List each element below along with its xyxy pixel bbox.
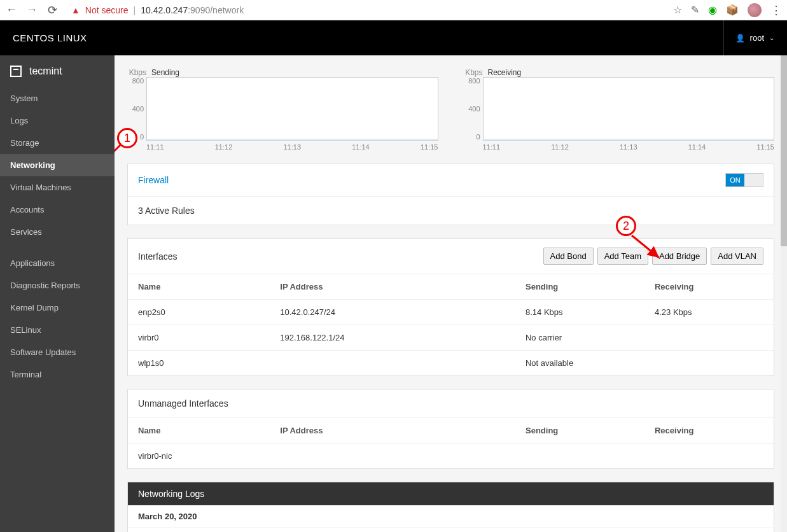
sidebar-item-diagnostic-reports[interactable]: Diagnostic Reports — [0, 274, 115, 297]
column-header: Name — [128, 418, 270, 444]
user-icon: 👤 — [735, 34, 745, 43]
chart-unit: Kbps — [127, 68, 146, 77]
reload-button[interactable]: ⟳ — [46, 3, 59, 17]
y-tick: 800 — [464, 77, 480, 85]
scrollbar-thumb[interactable] — [781, 55, 787, 246]
add-team-button[interactable]: Add Team — [597, 248, 648, 265]
sidebar-item-networking[interactable]: Networking — [0, 154, 115, 176]
x-tick: 11:14 — [688, 143, 706, 151]
chart-plot[interactable] — [146, 77, 438, 141]
firewall-link[interactable]: Firewall — [138, 175, 169, 185]
cell-sending — [515, 444, 644, 469]
log-entry[interactable]: 11:03<info> [1584691394.1683] audit: op=… — [128, 528, 774, 532]
scrollbar[interactable] — [781, 55, 787, 532]
sending-chart: Kbps Sending 8004000 11:1111:1211:1311:1… — [127, 68, 438, 151]
app-header: CENTOS LINUX 👤 root ⌄ — [0, 20, 787, 55]
host-icon — [10, 66, 22, 77]
sidebar-item-terminal[interactable]: Terminal — [0, 363, 115, 386]
add-bridge-button[interactable]: Add Bridge — [652, 248, 707, 265]
sidebar-item-selinux[interactable]: SELinux — [0, 319, 115, 341]
separator: | — [134, 5, 136, 15]
host-name: tecmint — [29, 66, 62, 77]
x-tick: 11:12 — [215, 143, 233, 151]
cell-receiving — [644, 351, 774, 376]
cell-receiving — [644, 325, 774, 351]
menu-icon[interactable]: ⋮ — [770, 3, 782, 17]
cell-ip — [270, 444, 515, 469]
unmanaged-table: NameIP AddressSendingReceiving virbr0-ni… — [128, 418, 774, 468]
interfaces-table: NameIP AddressSendingReceiving enp2s010.… — [128, 274, 774, 375]
sidebar-item-kernel-dump[interactable]: Kernel Dump — [0, 297, 115, 319]
x-tick: 11:12 — [551, 143, 569, 151]
add-vlan-button[interactable]: Add VLAN — [711, 248, 763, 265]
logs-date: March 20, 2020 — [128, 505, 774, 528]
url-host: 10.42.0.247:9090/network — [141, 5, 244, 15]
cell-name: virbr0-nic — [128, 444, 270, 469]
sidebar: tecmint SystemLogsStorageNetworkingVirtu… — [0, 55, 115, 532]
cell-name: enp2s0 — [128, 300, 270, 325]
cell-ip: 192.168.122.1/24 — [270, 325, 515, 351]
column-header: Name — [128, 274, 270, 300]
x-tick: 11:15 — [421, 143, 438, 151]
user-menu[interactable]: 👤 root ⌄ — [723, 20, 774, 55]
user-name: root — [750, 33, 764, 43]
cell-sending: No carrier — [515, 325, 644, 351]
cell-sending: Not available — [515, 351, 644, 376]
chart-unit: Kbps — [464, 68, 483, 77]
unmanaged-title: Unmanaged Interfaces — [138, 398, 228, 409]
table-row[interactable]: virbr0-nic — [128, 444, 774, 469]
column-header: Receiving — [644, 418, 774, 444]
sidebar-item-system[interactable]: System — [0, 87, 115, 109]
chevron-down-icon: ⌄ — [769, 34, 774, 41]
firewall-panel: Firewall ON 3 Active Rules — [127, 164, 774, 225]
x-tick: 11:11 — [146, 143, 164, 151]
profile-avatar[interactable] — [748, 3, 762, 17]
main-layout: tecmint SystemLogsStorageNetworkingVirtu… — [0, 55, 787, 532]
add-bond-button[interactable]: Add Bond — [543, 248, 594, 265]
table-row[interactable]: wlp1s0Not available — [128, 351, 774, 376]
x-tick: 11:11 — [483, 143, 501, 151]
column-header: Receiving — [644, 274, 774, 300]
cell-name: virbr0 — [128, 325, 270, 351]
y-tick: 400 — [464, 105, 480, 113]
sidebar-item-services[interactable]: Services — [0, 221, 115, 243]
interfaces-title: Interfaces — [138, 251, 177, 262]
cell-sending: 8.14 Kbps — [515, 300, 644, 325]
host-selector[interactable]: tecmint — [0, 55, 115, 87]
package-icon[interactable]: 📦 — [726, 4, 739, 16]
star-icon[interactable]: ☆ — [673, 4, 682, 16]
receiving-chart: Kbps Receiving 8004000 11:1111:1211:1311… — [464, 68, 775, 151]
unmanaged-panel: Unmanaged Interfaces NameIP AddressSendi… — [127, 389, 774, 469]
not-secure-label: Not secure — [85, 5, 129, 15]
firewall-rules-text: 3 Active Rules — [128, 197, 774, 225]
grammarly-icon[interactable]: ◉ — [708, 4, 717, 16]
x-tick: 11:14 — [352, 143, 370, 151]
warning-icon: ▲ — [71, 5, 80, 15]
chart-title: Receiving — [488, 68, 522, 77]
cell-ip: 10.42.0.247/24 — [270, 300, 515, 325]
extension-icon[interactable]: ✎ — [691, 4, 699, 16]
cell-name: wlp1s0 — [128, 351, 270, 376]
sidebar-item-logs[interactable]: Logs — [0, 109, 115, 132]
firewall-toggle[interactable]: ON — [725, 173, 763, 187]
y-tick: 800 — [127, 77, 144, 85]
sidebar-item-virtual-machines[interactable]: Virtual Machines — [0, 176, 115, 199]
logs-panel: Networking Logs March 20, 2020 11:03<inf… — [127, 482, 774, 532]
x-tick: 11:15 — [756, 143, 774, 151]
browser-actions: ☆ ✎ ◉ 📦 ⋮ — [673, 3, 782, 17]
sidebar-item-accounts[interactable]: Accounts — [0, 199, 115, 221]
sidebar-item-software-updates[interactable]: Software Updates — [0, 341, 115, 363]
back-button[interactable]: ← — [5, 3, 18, 17]
forward-button[interactable]: → — [25, 3, 38, 17]
table-row[interactable]: virbr0192.168.122.1/24No carrier — [128, 325, 774, 351]
address-bar[interactable]: ▲ Not secure | 10.42.0.247:9090/network — [66, 5, 665, 15]
table-row[interactable]: enp2s010.42.0.247/248.14 Kbps4.23 Kbps — [128, 300, 774, 325]
sidebar-item-applications[interactable]: Applications — [0, 252, 115, 274]
column-header: Sending — [515, 418, 644, 444]
column-header: IP Address — [270, 418, 515, 444]
column-header: IP Address — [270, 274, 515, 300]
column-header: Sending — [515, 274, 644, 300]
chart-title: Sending — [151, 68, 179, 77]
sidebar-item-storage[interactable]: Storage — [0, 132, 115, 154]
chart-plot[interactable] — [483, 77, 775, 141]
